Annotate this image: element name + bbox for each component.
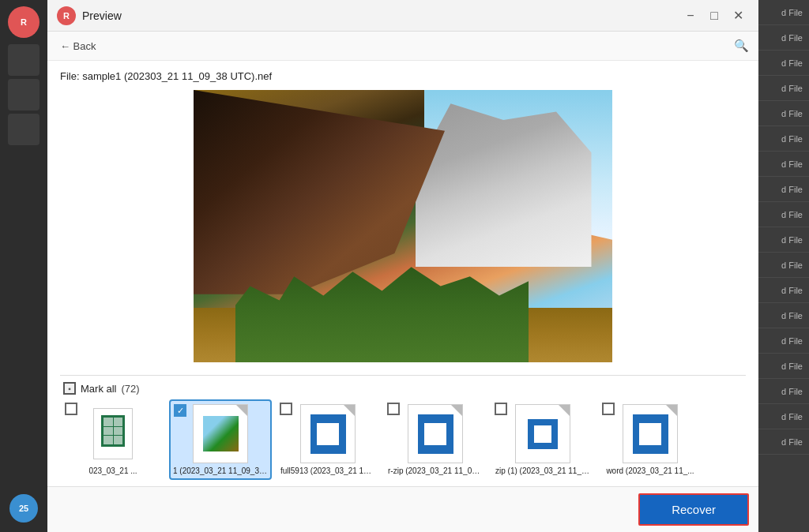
doc-file-icon-2 — [300, 404, 356, 463]
bottom-left-strip: 25 — [0, 485, 47, 532]
right-row-3: d File — [758, 51, 809, 76]
app-logo: R — [8, 6, 40, 38]
rock-layer — [194, 90, 445, 294]
thumb-name-4: zip (1) (2023_03_21 11_09... — [495, 466, 590, 475]
recover-button[interactable]: Recover — [638, 493, 749, 526]
thumb-icon-1 — [185, 404, 256, 463]
right-row-16: d File — [758, 379, 809, 404]
right-row-4: d File — [758, 76, 809, 101]
thumbnail-item-1[interactable]: ✓ 1 (2023_03_21 11_09_38 U... — [169, 399, 272, 480]
right-row-10: d File — [758, 227, 809, 253]
back-button[interactable]: ← Back — [54, 38, 103, 54]
modal-nav: ← Back 🔍 — [47, 32, 758, 61]
thumb-icon-4 — [507, 404, 578, 463]
thumbnail-item-4[interactable]: zip (1) (2023_03_21 11_09... — [491, 399, 594, 480]
right-row-1: d File — [758, 0, 809, 25]
right-row-11: d File — [758, 253, 809, 278]
right-row-14: d File — [758, 328, 809, 354]
right-row-7: d File — [758, 152, 809, 177]
modal-title: Preview — [82, 9, 678, 22]
thumb-name-5: word (2023_03_21 11_... — [606, 466, 694, 475]
thumb-icon-0 — [77, 404, 149, 463]
titlebar: R Preview − □ ✕ — [47, 0, 758, 32]
right-row-2: d File — [758, 25, 809, 51]
right-content-strip: d File d File d File d File d File d Fil… — [758, 0, 809, 532]
right-row-17: d File — [758, 404, 809, 429]
thumb-name-1: 1 (2023_03_21 11_09_38 U... — [173, 466, 268, 475]
thumb-checkbox-3[interactable] — [387, 403, 400, 415]
mountain-layer — [416, 103, 592, 267]
modal-footer: Recover — [47, 486, 758, 532]
thumb-checkbox-1[interactable]: ✓ — [174, 404, 186, 417]
thumb-checkbox-0[interactable] — [65, 403, 77, 415]
doc-file-icon-3 — [408, 404, 463, 463]
thumb-checkbox-4[interactable] — [495, 403, 507, 415]
app-icon: R — [57, 6, 76, 25]
doc-file-icon-5 — [623, 404, 678, 463]
nef-file-icon — [193, 404, 248, 463]
close-button[interactable]: ✕ — [727, 5, 749, 27]
mark-all-row: ▪ Mark all (72) — [60, 382, 746, 395]
right-row-8: d File — [758, 177, 809, 202]
preview-image-container — [60, 90, 746, 367]
sidebar-item-2[interactable] — [8, 79, 40, 111]
modal-content: File: sample1 (202303_21 11_09_38 UTC).n… — [47, 61, 758, 486]
preview-modal: R Preview − □ ✕ ← Back 🔍 File: sample1 (… — [47, 0, 758, 532]
thumb-icon-2 — [292, 404, 363, 463]
count-badge: 25 — [9, 494, 38, 523]
sidebar-item-1[interactable] — [8, 44, 40, 76]
preview-image — [194, 90, 612, 362]
search-button[interactable]: 🔍 — [730, 35, 752, 57]
nef-preview — [203, 416, 239, 451]
right-row-15: d File — [758, 354, 809, 379]
thumb-icon-3 — [400, 404, 471, 463]
sidebar-item-3[interactable] — [8, 114, 40, 145]
right-row-6: d File — [758, 126, 809, 152]
right-row-12: d File — [758, 278, 809, 303]
thumbnail-item-0[interactable]: 023_03_21 ... — [62, 399, 164, 480]
mark-all-count: (72) — [122, 383, 140, 395]
thumbnails-row: 023_03_21 ... ✓ 1 (2023_03_21 11_09_38 U… — [60, 399, 746, 486]
bottom-panel: ▪ Mark all (72) — [60, 375, 746, 486]
right-row-5: d File — [758, 101, 809, 126]
mark-all-label: Mark all — [81, 383, 117, 395]
right-row-13: d File — [758, 303, 809, 328]
thumbnail-item-2[interactable]: full5913 (2023_03_21 11_... — [277, 399, 379, 480]
file-label: File: sample1 (202303_21 11_09_38 UTC).n… — [60, 70, 746, 82]
thumbnail-item-3[interactable]: r-zip (2023_03_21 11_09_... — [384, 399, 487, 480]
thumb-name-0: 023_03_21 ... — [88, 466, 137, 475]
thumbnail-item-5[interactable]: word (2023_03_21 11_... — [599, 399, 702, 480]
search-icon: 🔍 — [734, 39, 749, 53]
mark-all-checkbox[interactable]: ▪ — [63, 382, 76, 395]
thumb-name-2: full5913 (2023_03_21 11_... — [280, 466, 375, 475]
thumb-checkbox-2[interactable] — [280, 403, 292, 415]
right-row-9: d File — [758, 202, 809, 227]
thumb-checkbox-5[interactable] — [602, 403, 615, 415]
sidebar-strip: R — [0, 0, 47, 532]
maximize-button[interactable]: □ — [703, 5, 725, 27]
spreadsheet-icon — [93, 408, 133, 459]
thumb-name-3: r-zip (2023_03_21 11_09_... — [388, 466, 483, 475]
thumb-icon-5 — [615, 404, 686, 463]
doc-file-icon-4 — [515, 404, 570, 463]
minimize-button[interactable]: − — [679, 5, 702, 27]
right-row-18: d File — [758, 429, 809, 455]
